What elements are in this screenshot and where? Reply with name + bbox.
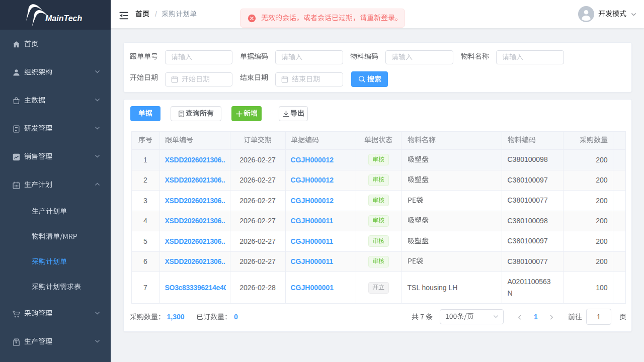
svg-text:MainTech: MainTech <box>45 14 82 23</box>
